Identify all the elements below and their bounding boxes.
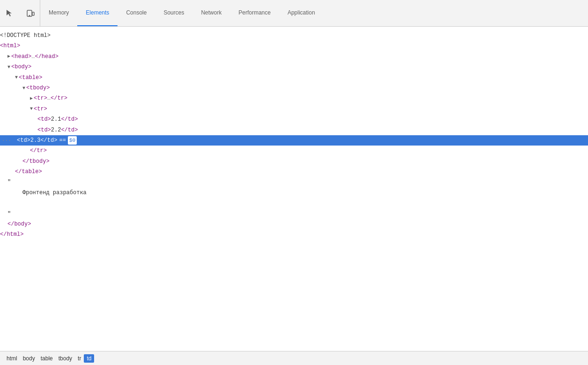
cyrillic-text: Фронтенд разработка xyxy=(22,188,87,197)
html-open-line: <html> xyxy=(0,41,588,51)
toolbar: Memory Elements Console Sources Network … xyxy=(0,0,588,27)
tab-sources[interactable]: Sources xyxy=(155,0,192,26)
three-dots-icon: ··· xyxy=(2,136,11,145)
breadcrumb-table[interactable]: table xyxy=(38,354,56,363)
tab-application[interactable]: Application xyxy=(279,0,323,26)
tabs-bar: Memory Elements Console Sources Network … xyxy=(40,0,588,26)
tab-elements[interactable]: Elements xyxy=(77,0,118,26)
dollar-zero-badge: $0 xyxy=(68,136,77,145)
tr-collapsed-line[interactable]: ▶ <tr>…</tr> xyxy=(0,93,588,103)
cursor-icon-button[interactable] xyxy=(4,7,15,19)
tr-close-line: </tr> xyxy=(0,146,588,156)
triangle-down-icon-4: ▼ xyxy=(30,105,33,113)
breadcrumb-tr[interactable]: tr xyxy=(75,354,84,363)
table-open-line[interactable]: ▼ <table> xyxy=(0,73,588,83)
breadcrumb-body[interactable]: body xyxy=(20,354,38,363)
breadcrumb-html[interactable]: html xyxy=(4,354,20,363)
breadcrumb-tbody[interactable]: tbody xyxy=(56,354,75,363)
html-close-line: </html> xyxy=(0,229,588,240)
td-21-line[interactable]: <td>2.1</td> xyxy=(0,114,588,124)
html-open-tag: <html> xyxy=(0,41,20,51)
tab-console[interactable]: Console xyxy=(118,0,155,26)
tab-performance[interactable]: Performance xyxy=(230,0,279,26)
doctype-line: <!DOCTYPE html> xyxy=(0,30,588,41)
tbody-open-line[interactable]: ▼ <tbody> xyxy=(0,83,588,93)
doctype-text: <!DOCTYPE html> xyxy=(0,31,51,40)
triangle-right-icon: ▶ xyxy=(7,52,10,60)
tab-memory[interactable]: Memory xyxy=(40,0,77,26)
triangle-right-icon-2: ▶ xyxy=(30,95,33,102)
svg-point-2 xyxy=(29,15,29,16)
tr-open-line[interactable]: ▼ <tr> xyxy=(0,104,588,114)
body-open-line[interactable]: ▼ <body> xyxy=(0,62,588,72)
breadcrumb-bar: html body table tbody tr td xyxy=(0,351,588,365)
cyrillic-text-line: Фронтенд разработка xyxy=(0,188,588,198)
head-line[interactable]: ▶ <head>…</head> xyxy=(0,51,588,62)
triangle-down-icon: ▼ xyxy=(7,63,10,71)
toolbar-icons xyxy=(0,0,40,26)
td-23-line[interactable]: ··· <td>2.3</td> == $0 xyxy=(0,135,588,146)
table-close-line: </table> xyxy=(0,167,588,177)
triangle-down-icon-3: ▼ xyxy=(22,84,25,92)
tbody-close-line: </tbody> xyxy=(0,156,588,167)
elements-panel[interactable]: <!DOCTYPE html> <html> ▶ <head>…</head> … xyxy=(0,27,588,351)
triangle-down-icon-2: ▼ xyxy=(15,73,18,81)
quote1-line: " xyxy=(0,177,588,187)
tab-network[interactable]: Network xyxy=(192,0,230,26)
body-close-line: </body> xyxy=(0,219,588,229)
td-22-line[interactable]: <td>2.2</td> xyxy=(0,125,588,135)
blank-line xyxy=(0,198,588,208)
quote2-line: " xyxy=(0,209,588,219)
svg-rect-1 xyxy=(32,12,34,15)
breadcrumb-td[interactable]: td xyxy=(84,354,94,363)
device-toggle-button[interactable] xyxy=(25,7,36,19)
